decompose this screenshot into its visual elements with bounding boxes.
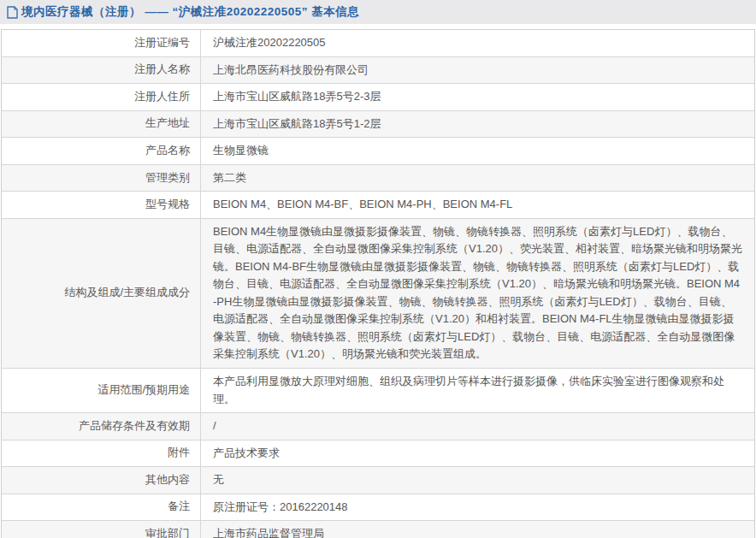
row-value: 第二类 <box>201 165 754 192</box>
row-label: 注册人名称 <box>2 57 201 84</box>
row-label-text: 附件 <box>168 445 190 461</box>
row-value-text: 上海市宝山区威航路18弄5号1-2层 <box>213 115 742 133</box>
row-label-text: 生产地址 <box>145 115 190 132</box>
row-label: 管理类别 <box>2 165 201 192</box>
row-label-text: 其他内容 <box>145 472 190 488</box>
row-value-text: 本产品利用显微放大原理对细胞、组织及病理切片等样本进行摄影摄像，供临床实验室进行… <box>213 373 742 408</box>
table-row: 结构及组成/主要组成成分BEION M4生物显微镜由显微摄影摄像装置、物镜、物镜… <box>2 219 754 369</box>
row-label: 生产地址 <box>2 111 201 138</box>
row-value: / <box>201 413 754 440</box>
table-row: 产品名称生物显微镜 <box>2 138 754 165</box>
row-value-text: 上海市药品监督管理局 <box>213 525 742 538</box>
row-label-text: 注册人住所 <box>134 89 190 105</box>
row-label: 注册证编号 <box>2 30 201 56</box>
table-row: 管理类别第二类 <box>2 165 754 192</box>
table-row: 附件产品技术要求 <box>2 440 754 468</box>
registration-info-table: 注册证编号沪械注准20202220505注册人名称上海北昂医药科技股份有限公司注… <box>1 29 755 538</box>
row-value: 沪械注准20202220505 <box>201 30 754 56</box>
row-label-text: 审批部门 <box>145 526 190 538</box>
row-label: 其他内容 <box>2 467 201 494</box>
row-label: 注册人住所 <box>2 84 201 110</box>
row-value-text: 沪械注准20202220505 <box>213 34 742 52</box>
table-row: 注册人住所上海市宝山区威航路18弄5号2-3层 <box>2 84 754 111</box>
row-value: 上海北昂医药科技股份有限公司 <box>201 57 754 84</box>
row-label-text: 管理类别 <box>145 170 190 186</box>
row-value: 产品技术要求 <box>201 440 754 467</box>
row-label-text: 备注 <box>168 499 190 515</box>
row-value-text: BEION M4、BEION M4-BF、BEION M4-PH、BEION M… <box>213 196 742 214</box>
table-row: 备注原注册证号：20162220148 <box>2 494 754 522</box>
row-value-text: / <box>213 417 742 435</box>
table-row: 注册证编号沪械注准20202220505 <box>2 30 754 57</box>
row-value-text: 产品技术要求 <box>213 445 742 463</box>
row-value-text: 第二类 <box>213 169 742 187</box>
table-row: 生产地址上海市宝山区威航路18弄5号1-2层 <box>2 111 754 139</box>
row-value-text: 无 <box>213 471 742 489</box>
row-value: 生物显微镜 <box>201 138 754 164</box>
row-label: 型号规格 <box>2 192 201 218</box>
table-row: 注册人名称上海北昂医药科技股份有限公司 <box>2 57 754 85</box>
row-label: 备注 <box>2 494 201 521</box>
row-value: 原注册证号：20162220148 <box>201 494 754 521</box>
row-value: 上海市药品监督管理局 <box>201 521 754 538</box>
table-row: 其他内容无 <box>2 467 754 494</box>
row-value: BEION M4生物显微镜由显微摄影摄像装置、物镜、物镜转换器、照明系统（卤素灯… <box>201 219 754 368</box>
row-label-text: 产品储存条件及有效期 <box>79 418 190 435</box>
row-label: 产品储存条件及有效期 <box>2 413 201 440</box>
row-value: 无 <box>201 467 754 494</box>
document-icon <box>7 6 18 19</box>
row-label-text: 产品名称 <box>145 143 190 159</box>
row-label: 产品名称 <box>2 138 201 164</box>
page-title: 境内医疗器械（注册） —— “沪械注准20202220505” 基本信息 <box>21 4 359 20</box>
table-row: 产品储存条件及有效期/ <box>2 413 754 440</box>
row-label: 附件 <box>2 440 201 467</box>
table-row: 适用范围/预期用途本产品利用显微放大原理对细胞、组织及病理切片等样本进行摄影摄像… <box>2 369 754 413</box>
row-label: 审批部门 <box>2 521 201 538</box>
table-row: 型号规格BEION M4、BEION M4-BF、BEION M4-PH、BEI… <box>2 192 754 219</box>
page-title-bar: 境内医疗器械（注册） —— “沪械注准20202220505” 基本信息 <box>0 0 756 24</box>
row-value-text: BEION M4生物显微镜由显微摄影摄像装置、物镜、物镜转换器、照明系统（卤素灯… <box>213 223 742 364</box>
row-label: 适用范围/预期用途 <box>2 369 201 412</box>
row-label-text: 结构及组成/主要组成成分 <box>64 285 190 301</box>
row-label-text: 注册证编号 <box>134 35 190 51</box>
row-value-text: 生物显微镜 <box>213 142 742 160</box>
row-value-text: 上海北昂医药科技股份有限公司 <box>213 62 742 80</box>
row-label: 结构及组成/主要组成成分 <box>2 219 201 368</box>
row-value: BEION M4、BEION M4-BF、BEION M4-PH、BEION M… <box>201 192 754 218</box>
row-value-text: 原注册证号：20162220148 <box>213 499 742 517</box>
table-row: 审批部门上海市药品监督管理局 <box>2 521 754 538</box>
row-value-text: 上海市宝山区威航路18弄5号2-3层 <box>213 88 742 106</box>
row-value: 本产品利用显微放大原理对细胞、组织及病理切片等样本进行摄影摄像，供临床实验室进行… <box>201 369 754 412</box>
row-label-text: 适用范围/预期用途 <box>97 382 190 399</box>
row-value: 上海市宝山区威航路18弄5号1-2层 <box>201 111 754 138</box>
row-value: 上海市宝山区威航路18弄5号2-3层 <box>201 84 754 110</box>
row-label-text: 型号规格 <box>145 197 190 213</box>
row-label-text: 注册人名称 <box>134 62 190 78</box>
registration-info-page: 境内医疗器械（注册） —— “沪械注准20202220505” 基本信息 注册证… <box>0 0 756 538</box>
